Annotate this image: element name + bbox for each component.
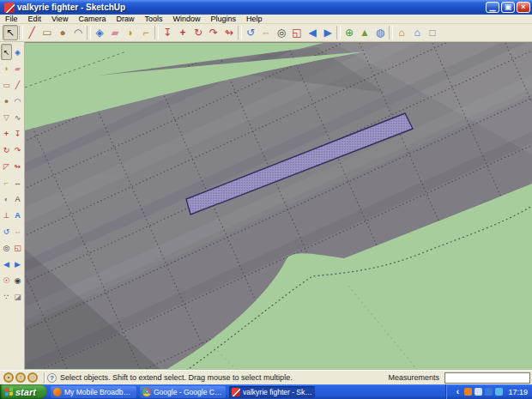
palette-rectangle-tool-button[interactable]: ▭ (1, 76, 12, 93)
palette-3d-text-tool-button[interactable]: A (12, 207, 23, 223)
menu-item-plugins[interactable]: Plugins (205, 15, 241, 24)
help-icon[interactable]: ? (47, 373, 57, 383)
start-button[interactable]: start (0, 384, 47, 399)
add-location-tool-button[interactable]: ⊕ (342, 25, 357, 40)
toolbar-separator (238, 26, 242, 39)
palette-orbit-tool-button[interactable]: ↺ (1, 223, 12, 239)
palette-paint-bucket-tool-button[interactable]: ◗ (1, 60, 12, 76)
palette-zoom-extents-tool-button[interactable]: ◱ (12, 239, 23, 256)
rectangle-tool-button[interactable]: ▭ (39, 25, 55, 40)
statusbar-badge-1[interactable]: • (3, 372, 14, 383)
next-tool-button[interactable]: ▶ (320, 25, 336, 40)
palette-arc-tool-button[interactable]: ◠ (12, 93, 23, 109)
tray-update-icon[interactable] (495, 388, 503, 396)
measurements-input[interactable] (444, 372, 530, 384)
palette-walk-tool-button[interactable]: ∵ (1, 288, 12, 305)
palette-scale-tool-button[interactable]: ◸ (1, 158, 12, 174)
palette-line-tool-button[interactable]: ╱ (12, 76, 23, 93)
palette-zoom-tool-button[interactable]: ◎ (1, 239, 12, 256)
pan-tool-button[interactable]: ⇔ (258, 25, 274, 40)
palette-push-pull-tool-button[interactable]: ↧ (12, 125, 23, 142)
palette-dimension-tool-button[interactable]: ↔ (12, 174, 23, 190)
palette-next-tool-button[interactable]: ▶ (12, 256, 23, 272)
palette-move-tool-button[interactable]: + (1, 125, 12, 142)
restore-button[interactable]: ▣ (501, 2, 515, 13)
menu-item-draw[interactable]: Draw (111, 15, 139, 24)
status-hint: Select objects. Shift to extend select. … (60, 373, 383, 382)
tray-volume-icon[interactable] (475, 388, 482, 396)
toolbar-separator (19, 26, 23, 39)
chrome-icon (142, 388, 151, 396)
share-models-tool-button[interactable]: ⌂ (409, 25, 425, 40)
palette-section-plane-tool-button[interactable]: ◪ (12, 288, 23, 305)
move-tool-button[interactable]: + (175, 25, 190, 40)
menu-item-file[interactable]: File (0, 15, 23, 24)
rotate-tool-button[interactable]: ↻ (190, 25, 206, 40)
toggle-terrain-tool-button[interactable]: ▲ (357, 25, 372, 40)
palette-text-tool-button[interactable]: A (12, 190, 23, 207)
select-tool-button[interactable]: ↖ (3, 25, 18, 40)
eraser-tool-button[interactable]: ▰ (107, 25, 123, 40)
components-tool-button[interactable]: □ (425, 25, 440, 40)
tray-network-icon[interactable] (485, 388, 493, 396)
palette-select-tool-button[interactable]: ↖ (1, 44, 12, 60)
toolbar-separator (336, 26, 341, 39)
model-canvas[interactable] (25, 42, 532, 370)
line-tool-button[interactable]: ╱ (24, 25, 39, 40)
taskbar-task-mobile[interactable]: My Mobile Broadband... (51, 386, 136, 398)
task-label: valkyrie fighter - Sket... (243, 388, 312, 396)
statusbar-badge-3[interactable]: ◌ (27, 372, 38, 383)
status-bar: •↑◌ ? Select objects. Shift to extend se… (0, 370, 532, 384)
circle-tool-button[interactable]: ● (55, 25, 70, 40)
arc-tool-button[interactable]: ◠ (70, 25, 86, 40)
palette-axes-tool-button[interactable]: ⊥ (1, 207, 12, 223)
toolbar-separator (389, 26, 393, 39)
palette-circle-tool-button[interactable]: ● (1, 93, 12, 109)
palette-eraser-tool-button[interactable]: ▰ (12, 60, 23, 76)
taskbar-task-sketchup[interactable]: valkyrie fighter - Sket... (229, 386, 315, 398)
menu-item-edit[interactable]: Edit (23, 15, 47, 24)
previous-tool-button[interactable]: ◀ (305, 25, 320, 40)
palette-polygon-tool-button[interactable]: ▽ (1, 109, 12, 125)
follow-me-tool-button[interactable]: ↷ (206, 25, 221, 40)
minimize-button[interactable]: ▁ (486, 2, 499, 13)
taskbar: start My Mobile Broadband...Google - Goo… (0, 384, 532, 399)
get-models-tool-button[interactable]: ⌂ (394, 25, 409, 40)
mobile-icon (53, 388, 62, 396)
large-tool-set: ↖◈◗▰▭╱●◠▽∿+↧↻↷◸↬⌐↔◐A⊥A↺⇔◎◱◀▶☉◉∵◪ (0, 42, 25, 370)
palette-freehand-tool-button[interactable]: ∿ (12, 109, 23, 125)
zoom-tool-button[interactable]: ◎ (274, 25, 289, 40)
statusbar-badge-2[interactable]: ↑ (15, 372, 26, 383)
tape-measure-tool-button[interactable]: ⌐ (138, 25, 154, 40)
palette-protractor-tool-button[interactable]: ◐ (1, 190, 12, 207)
menu-item-window[interactable]: Window (167, 15, 205, 24)
palette-previous-tool-button[interactable]: ◀ (1, 256, 12, 272)
paint-bucket-tool-button[interactable]: ◗ (123, 25, 138, 40)
photo-textures-tool-button[interactable]: ◍ (372, 25, 388, 40)
offset-tool-button[interactable]: ↬ (221, 25, 237, 40)
palette-offset-tool-button[interactable]: ↬ (12, 158, 23, 174)
taskbar-clock[interactable]: 17:19 (505, 388, 528, 396)
zoom-extents-tool-button[interactable]: ◱ (289, 25, 305, 40)
orbit-tool-button[interactable]: ↺ (243, 25, 258, 40)
palette-look-around-tool-button[interactable]: ◉ (12, 272, 23, 288)
tray-mobile-icon[interactable] (464, 388, 472, 396)
palette-make-component-tool-button[interactable]: ◈ (12, 44, 23, 60)
menu-item-help[interactable]: Help (241, 15, 268, 24)
palette-pan-tool-button[interactable]: ⇔ (12, 223, 23, 239)
palette-tape-measure-tool-button[interactable]: ⌐ (1, 174, 12, 190)
palette-follow-me-tool-button[interactable]: ↷ (12, 142, 23, 158)
make-component-tool-button[interactable]: ◈ (92, 25, 107, 40)
menu-item-camera[interactable]: Camera (73, 15, 111, 24)
taskbar-task-chrome[interactable]: Google - Google Chrome (140, 386, 226, 398)
system-tray: ‹ 17:19 (446, 384, 532, 399)
close-button[interactable]: × (517, 2, 530, 13)
sketchup-app-icon (4, 3, 15, 13)
palette-rotate-tool-button[interactable]: ↻ (1, 142, 12, 158)
push-pull-tool-button[interactable]: ↧ (160, 25, 175, 40)
menu-item-view[interactable]: View (46, 15, 73, 24)
palette-position-camera-tool-button[interactable]: ☉ (1, 272, 12, 288)
menu-item-tools[interactable]: Tools (139, 15, 167, 24)
tray-expand-chevron[interactable]: ‹ (453, 387, 462, 397)
valkyrie-fighter-model (25, 43, 532, 371)
